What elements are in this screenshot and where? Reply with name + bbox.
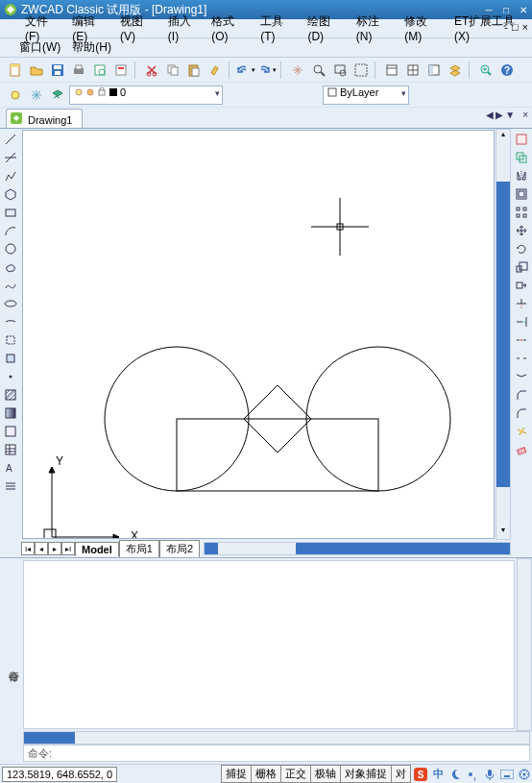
move-icon[interactable] xyxy=(513,222,530,239)
tab-model[interactable]: Model xyxy=(75,542,119,556)
undo-icon[interactable]: ▾ xyxy=(236,61,255,80)
snap-toggle[interactable]: 捕捉 xyxy=(221,765,252,783)
command-input[interactable]: 命令: xyxy=(23,745,530,762)
rect-icon[interactable] xyxy=(2,204,19,221)
dot-icon[interactable]: •, xyxy=(465,767,480,782)
layer-icon[interactable] xyxy=(446,61,465,80)
color-combo[interactable]: ByLayer xyxy=(323,86,409,105)
format-painter-icon[interactable] xyxy=(206,61,225,80)
tab-nav-prev[interactable]: ◂ xyxy=(35,542,48,555)
paste-icon[interactable] xyxy=(184,61,204,80)
moon-icon[interactable] xyxy=(447,767,463,782)
fillet-icon[interactable] xyxy=(513,404,530,422)
menu-insert[interactable]: 插入(I) xyxy=(162,12,206,45)
menu-view[interactable]: 视图(V) xyxy=(114,12,162,45)
zoom-extents-icon[interactable] xyxy=(351,61,371,80)
trim-icon[interactable] xyxy=(513,295,530,312)
settings-icon[interactable] xyxy=(517,767,532,782)
ellipse-arc-icon[interactable] xyxy=(2,313,19,330)
layer-prev-icon[interactable] xyxy=(48,86,67,105)
coord-readout[interactable]: 123.5819, 648.6552, 0 xyxy=(2,767,117,782)
layer-combo[interactable]: 0 xyxy=(69,86,223,105)
open-icon[interactable] xyxy=(27,61,46,80)
revcloud-icon[interactable] xyxy=(2,258,19,276)
region-icon[interactable] xyxy=(2,423,19,440)
plot-icon[interactable] xyxy=(111,61,131,80)
copy-icon[interactable] xyxy=(163,61,182,80)
zoom-window-icon[interactable] xyxy=(330,61,350,80)
tab-nav-next[interactable]: ▸ xyxy=(48,542,61,555)
stretch-icon[interactable] xyxy=(513,277,530,294)
offset-icon[interactable] xyxy=(513,185,530,203)
tab-layout2[interactable]: 布局2 xyxy=(159,540,200,557)
menu-dim[interactable]: 标注(N) xyxy=(351,12,399,45)
tab-nav-last[interactable]: ▸I xyxy=(61,542,75,555)
breakpoint-icon[interactable] xyxy=(513,331,530,349)
menu-tools[interactable]: 工具(T) xyxy=(254,12,302,45)
ellipse-icon[interactable] xyxy=(2,295,19,312)
polygon-icon[interactable] xyxy=(2,185,19,203)
copy2-icon[interactable] xyxy=(513,149,530,166)
chamfer-icon[interactable] xyxy=(513,386,530,404)
subwin-close[interactable]: × xyxy=(522,21,528,33)
menu-modify[interactable]: 修改(M) xyxy=(399,12,448,45)
scale-icon[interactable] xyxy=(513,258,530,276)
mic-icon[interactable] xyxy=(482,767,497,782)
addline-icon[interactable] xyxy=(2,477,19,495)
menu-draw[interactable]: 绘图(D) xyxy=(302,12,350,45)
break-icon[interactable] xyxy=(513,350,530,367)
vertical-scrollbar[interactable]: ▴ ▾ xyxy=(496,129,511,540)
menu-edit[interactable]: 编辑(E) xyxy=(66,12,114,45)
spline-icon[interactable] xyxy=(2,277,19,294)
drawing-canvas[interactable]: X Y xyxy=(22,130,495,539)
tab-nav-first[interactable]: I◂ xyxy=(21,542,35,555)
gradient-icon[interactable] xyxy=(2,404,19,422)
table2-icon[interactable] xyxy=(2,441,19,458)
zoom-in-icon[interactable] xyxy=(476,61,496,80)
save-icon[interactable] xyxy=(48,61,67,80)
mirror-icon[interactable] xyxy=(513,167,530,184)
entprop-icon[interactable] xyxy=(513,131,530,148)
point-icon[interactable] xyxy=(2,368,19,385)
zoom-icon[interactable] xyxy=(309,61,328,80)
arc-icon[interactable] xyxy=(2,222,19,239)
osnap-toggle[interactable]: 对象捕捉 xyxy=(340,765,392,783)
ime-zh-icon[interactable]: 中 xyxy=(430,767,446,782)
line-icon[interactable] xyxy=(2,131,19,148)
hatch-icon[interactable] xyxy=(2,386,19,404)
cmd-vscroll[interactable] xyxy=(517,558,532,731)
circle-icon[interactable] xyxy=(2,240,19,257)
table-icon[interactable] xyxy=(403,61,423,80)
layer-off-icon[interactable] xyxy=(6,86,25,105)
menu-file[interactable]: 文件(F) xyxy=(19,12,66,45)
redo-icon[interactable]: ▾ xyxy=(257,61,277,80)
tab-layout1[interactable]: 布局1 xyxy=(119,540,159,557)
print-icon[interactable] xyxy=(69,61,88,80)
doc-tab-drawing1[interactable]: Drawing1 xyxy=(6,109,83,128)
help-icon[interactable]: ? xyxy=(497,61,517,80)
docnav-next[interactable]: ▶ xyxy=(496,110,503,120)
erase-icon[interactable] xyxy=(513,441,530,458)
new-icon[interactable] xyxy=(6,61,25,80)
join-icon[interactable] xyxy=(513,368,530,385)
extend-icon[interactable] xyxy=(513,313,530,330)
pan-icon[interactable] xyxy=(288,61,307,80)
polar-toggle[interactable]: 极轴 xyxy=(310,765,341,783)
mtext-icon[interactable]: A xyxy=(2,459,19,477)
ime-s-icon[interactable]: S xyxy=(413,767,428,782)
subwin-restore[interactable]: □ xyxy=(512,21,519,33)
xline-icon[interactable] xyxy=(2,149,19,166)
horizontal-scrollbar[interactable] xyxy=(204,542,511,555)
subwin-min[interactable]: - xyxy=(504,21,508,33)
docnav-prev[interactable]: ◀ xyxy=(486,110,494,120)
command-log[interactable] xyxy=(23,560,515,729)
docnav-drop[interactable]: ▼ xyxy=(505,110,515,120)
ortho-toggle[interactable]: 正交 xyxy=(280,765,311,783)
array-icon[interactable] xyxy=(513,204,530,221)
block-icon[interactable] xyxy=(2,331,19,349)
rotate-icon[interactable] xyxy=(513,240,530,257)
print-preview-icon[interactable] xyxy=(90,61,109,80)
menu-format[interactable]: 格式(O) xyxy=(206,12,254,45)
polyline-icon[interactable] xyxy=(2,167,19,184)
layer-freeze-icon[interactable] xyxy=(27,86,46,105)
